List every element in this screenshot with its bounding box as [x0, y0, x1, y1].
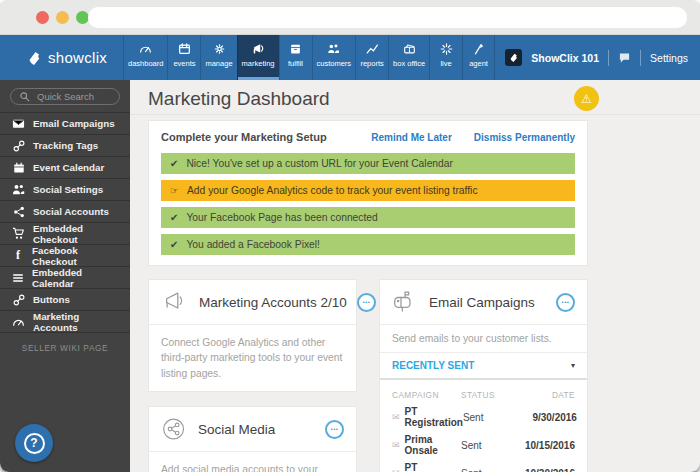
column-header-campaign: CAMPAIGN — [392, 390, 461, 400]
tab-marketing[interactable]: marketing — [237, 35, 279, 80]
card-header: Marketing Accounts 2/10 ••• — [149, 280, 356, 325]
card-header: Social Media ••• — [149, 407, 356, 452]
quick-search[interactable] — [10, 88, 120, 105]
page-title: Marketing Dashboard — [148, 88, 700, 109]
close-window-button[interactable] — [36, 11, 49, 24]
title-divider — [130, 114, 700, 115]
sidebar-item-email-campaigns[interactable]: Email Campaigns — [0, 113, 130, 135]
check-icon: ✔ — [170, 239, 178, 250]
brand-name: showclix — [48, 49, 107, 66]
setup-row-google-analytics[interactable]: ☞ Add your Google Analytics code to trac… — [161, 180, 575, 201]
share-circle-icon — [161, 416, 188, 442]
browser-window: showclix dashboard events manage — [0, 0, 700, 472]
people-icon — [326, 41, 341, 56]
column-header-date: DATE — [513, 390, 575, 400]
tab-fulfill[interactable]: fulfill — [279, 35, 312, 80]
tab-reports[interactable]: reports — [355, 35, 388, 80]
table-row[interactable]: ✉Prima Onsale Sent 10/15/2016 — [392, 431, 575, 459]
tab-dashboard[interactable]: dashboard — [123, 35, 167, 80]
tab-events[interactable]: events — [167, 35, 200, 80]
tab-box-office[interactable]: box office — [388, 35, 429, 80]
window-controls — [36, 11, 89, 24]
tab-live[interactable]: live — [429, 35, 462, 80]
setup-row-facebook-pixel: ✔ You added a Facebook Pixel! — [161, 234, 575, 255]
dashboard-icon — [138, 41, 153, 56]
sparkle-icon — [439, 41, 454, 56]
table-row[interactable]: ✉PT Registration Sent 9/30/2016 — [392, 403, 575, 431]
help-button[interactable]: ? — [15, 424, 53, 462]
card-title: Email Campaigns — [429, 295, 546, 310]
card-title: Social Media — [198, 422, 315, 437]
list-icon — [12, 272, 24, 284]
sidebar-item-buttons[interactable]: Buttons — [0, 289, 130, 311]
tab-agent[interactable]: agent — [462, 35, 495, 80]
notification-icon[interactable] — [618, 52, 631, 64]
card-menu-button[interactable]: ••• — [357, 293, 376, 312]
dismiss-permanently-link[interactable]: Dismiss Permanently — [474, 132, 575, 143]
url-bar[interactable] — [88, 7, 687, 28]
calendar-icon — [177, 41, 192, 56]
sidebar-item-social-settings[interactable]: Social Settings — [0, 179, 130, 201]
search-icon — [19, 91, 30, 102]
setup-row-custom-url: ✔ Nice! You've set up a custom URL for y… — [161, 153, 575, 174]
showclix-logo-icon — [27, 50, 41, 66]
dashboard-cards: Marketing Accounts 2/10 ••• Connect Goog… — [148, 279, 588, 472]
email-campaigns-card: Email Campaigns ••• Send emails to your … — [379, 279, 588, 472]
sidebar-item-tracking-tags[interactable]: Tracking Tags — [0, 135, 130, 157]
card-title: Marketing Accounts 2/10 — [199, 295, 347, 310]
sidebar: Email Campaigns Tracking Tags Event Cale… — [0, 80, 130, 472]
chevron-down-icon: ▾ — [571, 361, 575, 370]
setup-checklist: ✔ Nice! You've set up a custom URL for y… — [161, 153, 575, 255]
card-body-text: Connect Google Analytics and other third… — [149, 325, 356, 391]
sidebar-item-marketing-accounts[interactable]: Marketing Accounts — [0, 311, 130, 333]
showclix-101-icon — [505, 49, 522, 66]
pointing-hand-icon: ☞ — [170, 185, 179, 196]
people-icon — [12, 183, 25, 196]
question-mark-icon: ? — [24, 433, 45, 454]
showclix-101-link[interactable]: ShowClix 101 — [531, 52, 599, 64]
check-icon: ✔ — [170, 158, 178, 169]
sidebar-item-facebook-checkout[interactable]: f Facebook Checkout — [0, 245, 130, 267]
nav-divider — [608, 50, 609, 66]
megaphone-icon — [161, 289, 189, 315]
envelope-icon — [12, 117, 25, 130]
recently-sent-dropdown[interactable]: RECENTLY SENT ▾ — [380, 353, 587, 380]
cards-right-column: Email Campaigns ••• Send emails to your … — [379, 279, 588, 472]
seller-wiki-link[interactable]: SELLER WIKI PAGE — [0, 343, 130, 353]
cart-icon — [12, 227, 25, 240]
mailbox-icon — [392, 289, 419, 315]
minimize-window-button[interactable] — [56, 11, 69, 24]
remind-me-later-link[interactable]: Remind Me Later — [371, 132, 452, 143]
sidebar-item-social-accounts[interactable]: Social Accounts — [0, 201, 130, 223]
settings-link[interactable]: Settings — [650, 52, 688, 64]
link-icon — [12, 140, 25, 152]
sidebar-item-event-calendar[interactable]: Event Calendar — [0, 157, 130, 179]
search-input[interactable] — [35, 90, 111, 103]
warning-icon: ⚠ — [581, 92, 592, 106]
table-header-row: CAMPAIGN STATUS DATE — [392, 385, 575, 403]
setup-title: Complete your Marketing Setup — [161, 131, 371, 143]
box-icon — [288, 41, 303, 56]
megaphone-icon — [251, 41, 266, 56]
calendar-icon — [12, 162, 25, 174]
facebook-icon: f — [12, 248, 24, 263]
envelope-icon: ✉ — [392, 412, 400, 422]
gauge-icon — [12, 315, 25, 328]
campaigns-table: CAMPAIGN STATUS DATE ✉PT Registration Se… — [380, 380, 587, 472]
showclix-logo[interactable]: showclix — [27, 35, 107, 80]
table-row[interactable]: ✉PT Reminder Sent 10/30/2016 — [392, 459, 575, 472]
warning-button[interactable]: ⚠ — [574, 86, 599, 111]
card-body-text: Add social media accounts to your event … — [149, 452, 356, 472]
top-nav: showclix dashboard events manage — [0, 35, 700, 80]
card-menu-button[interactable]: ••• — [556, 293, 575, 312]
tab-manage[interactable]: manage — [200, 35, 236, 80]
sidebar-item-embedded-checkout[interactable]: Embedded Checkout — [0, 223, 130, 245]
social-media-card: Social Media ••• Add social media accoun… — [148, 406, 357, 472]
recently-sent-label: RECENTLY SENT — [392, 360, 474, 371]
setup-row-facebook-page: ✔ Your Facebook Page has been connected — [161, 207, 575, 228]
nav-right: ShowClix 101 Settings — [505, 35, 688, 80]
tab-customers[interactable]: customers — [312, 35, 356, 80]
sidebar-item-embedded-calendar[interactable]: Embedded Calendar — [0, 267, 130, 289]
card-menu-button[interactable]: ••• — [325, 420, 344, 439]
cards-left-column: Marketing Accounts 2/10 ••• Connect Goog… — [148, 279, 357, 472]
